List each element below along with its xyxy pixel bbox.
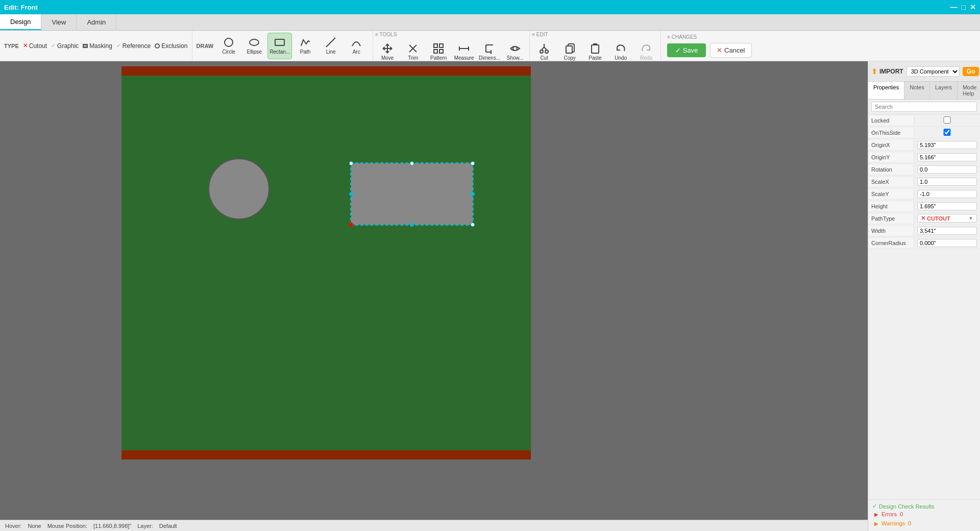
tool-ellipse[interactable]: Ellipse: [242, 33, 266, 59]
svg-rect-2: [275, 39, 284, 45]
svg-point-1: [250, 39, 259, 45]
tool-circle[interactable]: Circle: [216, 33, 241, 59]
prop-onthisside-row: OnThisSide: [868, 127, 980, 139]
tool-undo-label: Undo: [615, 55, 627, 61]
prop-pathtype-value: ✕ CUTOUT ▼: [914, 212, 980, 224]
maximize-button[interactable]: □: [962, 3, 966, 11]
cancel-x-icon: ✕: [717, 46, 724, 54]
type-masking-label: Masking: [89, 42, 112, 50]
onthisside-checkbox[interactable]: [917, 129, 977, 136]
svg-rect-14: [566, 46, 572, 53]
scalex-input[interactable]: [917, 178, 977, 186]
tool-circle-label: Circle: [222, 49, 235, 55]
tab-admin[interactable]: Admin: [77, 14, 116, 30]
prop-cornerradius-value: [914, 237, 980, 249]
tools-label: ≡ TOOLS: [375, 32, 397, 37]
hover-label: Hover:: [5, 523, 21, 529]
pathtype-dropdown-arrow: ▼: [968, 215, 973, 221]
originy-input[interactable]: [917, 153, 977, 161]
tab-notes[interactable]: Notes: [904, 82, 930, 99]
type-masking[interactable]: Masking: [83, 42, 112, 50]
rect-cutout[interactable]: [351, 163, 473, 225]
mouse-position-value: [11.660,8.998]": [93, 523, 131, 529]
tool-path[interactable]: Path: [293, 33, 317, 59]
warnings-row[interactable]: ▶ Warnings 0: [872, 519, 976, 528]
tool-line[interactable]: Line: [318, 33, 343, 59]
design-check-link[interactable]: ✓ Design Check Results: [872, 503, 976, 510]
tool-paste-label: Paste: [589, 55, 602, 61]
type-reference[interactable]: ✓ Reference: [116, 42, 151, 50]
svg-rect-7: [439, 50, 443, 53]
type-reference-label: Reference: [122, 42, 151, 50]
close-button[interactable]: ✕: [970, 3, 976, 11]
prop-height-label: Height: [868, 202, 914, 211]
import-go-button[interactable]: Go: [963, 67, 979, 76]
tool-arc-label: Arc: [353, 49, 360, 55]
search-input[interactable]: [871, 102, 977, 112]
svg-point-13: [545, 50, 548, 53]
design-check-icon: ✓: [872, 503, 877, 510]
circle-icon: [223, 37, 234, 48]
import-label: ⬆ IMPORT: [871, 67, 903, 76]
type-cutout[interactable]: ✕ Cutout: [23, 42, 47, 50]
tool-redo-label: Redo: [640, 55, 652, 61]
minimize-button[interactable]: —: [950, 3, 958, 11]
warnings-triangle-icon: ▶: [874, 521, 878, 526]
prop-search: [868, 100, 980, 114]
tab-view[interactable]: View: [41, 14, 77, 30]
prop-rotation-label: Rotation: [868, 165, 914, 174]
width-input[interactable]: [917, 227, 977, 235]
type-graphic-label: Graphic: [57, 42, 79, 50]
tool-pattern-label: Pattern: [430, 55, 447, 61]
errors-row[interactable]: ▶ Errors 0: [872, 510, 976, 519]
svg-rect-15: [592, 45, 599, 53]
svg-rect-5: [439, 44, 443, 47]
prop-scaley-value: [914, 188, 980, 200]
undo-icon: [615, 43, 626, 54]
prop-cornerradius-label: CornerRadius: [868, 238, 914, 248]
circle-cutout[interactable]: [208, 158, 270, 220]
tool-rectangle[interactable]: Rectan...: [267, 33, 292, 59]
prop-originx-row: OriginX: [868, 139, 980, 151]
type-exclusion[interactable]: Exclusion: [155, 42, 187, 50]
titlebar-controls: — □ ✕: [950, 3, 976, 11]
app: Design View Admin TYPE ✕ Cutout ✓ Graphi…: [0, 14, 980, 531]
canvas-area[interactable]: ▲ ◀ Hover: None Mouse Position: [11.660,…: [0, 61, 868, 531]
pathtype-cutout-badge[interactable]: ✕ CUTOUT ▼: [917, 214, 977, 223]
type-graphic[interactable]: ✓ Graphic: [51, 42, 79, 50]
tool-measure-label: Measure: [454, 55, 474, 61]
height-input[interactable]: [917, 202, 977, 210]
titlebar: Edit: Front — □ ✕: [0, 0, 980, 14]
draw-section: DRAW Circle Ellipse Rectan...: [192, 31, 374, 61]
tool-arc[interactable]: Arc: [344, 33, 369, 59]
rotation-input[interactable]: [917, 165, 977, 174]
prop-height-row: Height: [868, 200, 980, 212]
tool-copy-label: Copy: [564, 55, 575, 61]
save-button[interactable]: ✓ Save: [667, 43, 706, 57]
layer-value: Default: [159, 523, 177, 529]
tabbar: Design View Admin: [0, 14, 980, 31]
svg-line-3: [326, 38, 335, 47]
originx-input[interactable]: [917, 141, 977, 149]
tool-cut-label: Cut: [540, 55, 548, 61]
prop-pathtype-row: PathType ✕ CUTOUT ▼: [868, 212, 980, 225]
cornerradius-input[interactable]: [917, 239, 977, 247]
prop-locked-label: Locked: [868, 116, 914, 125]
rectangle-icon: [274, 37, 285, 48]
statusbar: Hover: None Mouse Position: [11.660,8.99…: [0, 520, 868, 531]
tab-properties[interactable]: Properties: [868, 82, 904, 99]
edit-label: ≡ EDIT: [532, 32, 548, 37]
component-type-select[interactable]: 3D Component: [906, 66, 960, 77]
trim-icon: [407, 43, 419, 54]
type-label: TYPE: [4, 43, 19, 49]
tab-mode-help[interactable]: Mode Help: [958, 82, 980, 99]
tab-layers[interactable]: Layers: [930, 82, 958, 99]
locked-checkbox[interactable]: [917, 116, 977, 124]
tab-design[interactable]: Design: [0, 14, 41, 30]
hover-value: None: [28, 523, 41, 529]
tool-rectangle-label: Rectan...: [270, 49, 290, 55]
line-icon: [325, 37, 336, 48]
copy-icon: [564, 43, 575, 54]
cancel-button[interactable]: ✕ Cancel: [710, 43, 751, 58]
scaley-input[interactable]: [917, 190, 977, 198]
